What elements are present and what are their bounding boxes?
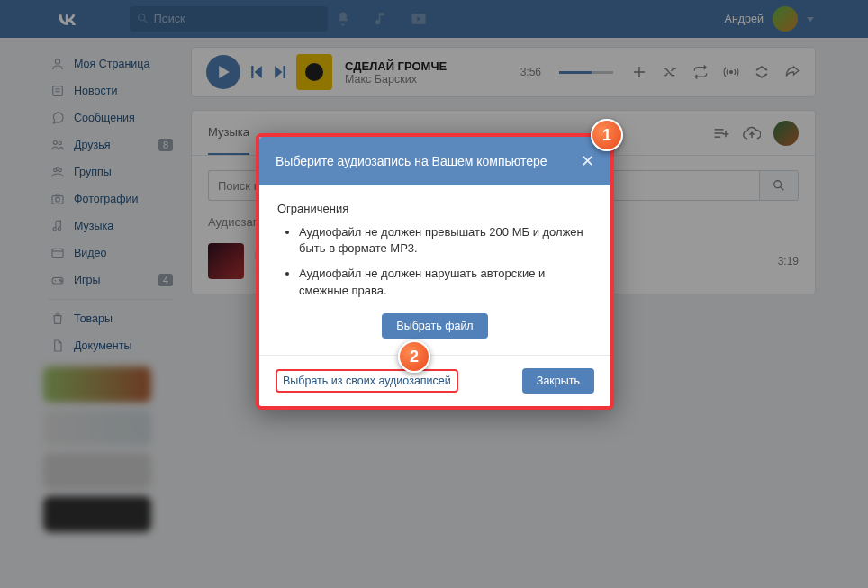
restriction-item: Аудиофайл не должен нарушать авторские и… bbox=[299, 266, 592, 298]
select-own-audio-link[interactable]: Выбрать из своих аудиозаписей bbox=[276, 369, 458, 393]
callout-2: 2 bbox=[398, 340, 430, 373]
callout-1: 1 bbox=[591, 119, 623, 151]
select-file-button[interactable]: Выбрать файл bbox=[382, 313, 487, 339]
close-button[interactable]: Закрыть bbox=[522, 368, 594, 394]
close-icon[interactable]: ✕ bbox=[581, 151, 594, 171]
upload-modal: Выберите аудиозапись на Вашем компьютере… bbox=[256, 133, 614, 410]
restriction-item: Аудиофайл не должен превышать 200 МБ и д… bbox=[299, 224, 592, 257]
modal-title: Выберите аудиозапись на Вашем компьютере bbox=[276, 154, 547, 168]
restrictions-heading: Ограничения bbox=[277, 202, 592, 215]
